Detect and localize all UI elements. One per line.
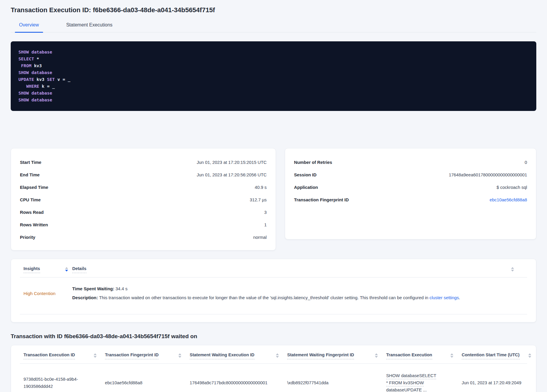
- info-label: End Time: [20, 173, 40, 177]
- insights-card: Insights Details High Contention Time Sp…: [11, 259, 536, 322]
- info-value: 0: [525, 160, 527, 165]
- column-header-statement-waiting-fingerprint-id[interactable]: Statement Waiting Fingerprint ID: [287, 352, 386, 359]
- info-value: 312.7 µs: [250, 197, 267, 202]
- column-header-contention-start-time-utc[interactable]: Contention Start Time (UTC): [462, 352, 531, 359]
- sql-line: SHOW database: [18, 49, 529, 56]
- info-row: End TimeJun 01, 2023 at 17:20:56:2056 UT…: [20, 169, 267, 181]
- info-value: 40.9 s: [255, 185, 267, 190]
- info-value: 17648a9eea6017800000000000000001: [449, 173, 527, 177]
- cell-statement-waiting-fingerprint-id: \xdb8922f077541dda: [287, 379, 386, 386]
- waited-on-table-header: Transaction Execution IDTransaction Fing…: [11, 352, 536, 359]
- sort-icon[interactable]: [528, 353, 531, 358]
- info-row: Start TimeJun 01, 2023 at 17:20:15:2015 …: [20, 156, 267, 169]
- column-label: Statement Waiting Execution ID: [190, 352, 254, 359]
- info-value: Jun 01, 2023 at 17:20:15:2015 UTC: [197, 160, 267, 165]
- transaction-details-page: Transaction Execution ID: f6be6366-da03-…: [0, 0, 547, 392]
- cell-contention-start-time: Jun 01, 2023 at 17:20:49:2049: [462, 379, 531, 386]
- sort-icon[interactable]: [178, 353, 181, 358]
- session-info-card: Number of Retries0Session ID17648a9eea60…: [285, 148, 536, 239]
- sort-icon[interactable]: [276, 353, 279, 358]
- tab-bar: Overview Statement Executions: [11, 21, 536, 32]
- info-label: Number of Retries: [294, 160, 332, 165]
- info-row: Rows Read3: [20, 206, 267, 219]
- cell-statement-waiting-execution-id: 176498a9c717bdc80000000000000001: [190, 379, 287, 386]
- info-row: Application$ cockroach sql: [294, 181, 527, 194]
- info-row: Number of Retries0: [294, 156, 527, 169]
- info-value: 3: [264, 210, 267, 215]
- info-label: CPU Time: [20, 197, 41, 202]
- insight-row: High Contention Time Spent Waiting: 34.4…: [11, 277, 536, 310]
- info-label: Start Time: [20, 160, 41, 165]
- insight-details: Time Spent Waiting: 34.4 s Description: …: [72, 286, 523, 301]
- insight-type-badge: High Contention: [23, 291, 68, 296]
- info-row: Rows Written1: [20, 219, 267, 231]
- tab-overview[interactable]: Overview: [15, 21, 43, 32]
- insights-table-header: Insights Details: [11, 266, 536, 273]
- sql-line: SHOW database: [18, 69, 529, 76]
- execution-summary-card: Start TimeJun 01, 2023 at 17:20:15:2015 …: [11, 148, 276, 250]
- sql-line: SHOW database: [18, 97, 529, 104]
- cell-transaction-execution[interactable]: SHOW databaseSELECT * FROM kv3SHOW datab…: [386, 372, 444, 392]
- info-row: CPU Time312.7 µs: [20, 194, 267, 206]
- sql-line: WHERE k = _: [18, 83, 529, 90]
- column-label: Transaction Execution: [386, 352, 432, 359]
- tab-statement-executions[interactable]: Statement Executions: [62, 21, 117, 32]
- time-spent-waiting: Time Spent Waiting: 34.4 s: [72, 286, 523, 292]
- info-value: normal: [253, 235, 267, 240]
- info-row: Transaction Fingerprint IDebc10ae56cfd88…: [294, 194, 527, 206]
- details-column-label: Details: [72, 266, 87, 273]
- info-row: Elapsed Time40.9 s: [20, 181, 267, 194]
- sort-icon[interactable]: [94, 353, 97, 358]
- sql-line: SELECT *: [18, 56, 529, 62]
- column-header-transaction-fingerprint-id[interactable]: Transaction Fingerprint ID: [105, 352, 190, 359]
- info-value: Jun 01, 2023 at 17:20:56:2056 UTC: [197, 173, 267, 177]
- column-header-transaction-execution-id[interactable]: Transaction Execution ID: [23, 352, 105, 359]
- info-value: 1: [264, 222, 267, 227]
- info-label: Rows Written: [20, 222, 48, 227]
- insight-description: Description: This transaction waited on …: [72, 294, 523, 301]
- sql-line: SHOW database: [18, 90, 529, 97]
- info-label: Rows Read: [20, 210, 44, 215]
- column-header-transaction-execution[interactable]: Transaction Execution: [386, 352, 462, 359]
- table-sort-control[interactable]: [511, 266, 523, 272]
- transaction-fingerprint-link[interactable]: ebc10ae56cfd88a8: [490, 197, 527, 202]
- sort-icon[interactable]: [375, 353, 378, 358]
- cell-transaction-execution-id: 9738d051-bc0e-4158-a9b4-1903586ddd42: [23, 376, 86, 390]
- column-header-statement-waiting-execution-id[interactable]: Statement Waiting Execution ID: [190, 352, 287, 359]
- column-label: Transaction Fingerprint ID: [105, 352, 158, 359]
- details-column-header[interactable]: Details: [72, 266, 507, 273]
- column-label: Transaction Execution ID: [23, 352, 75, 359]
- info-label: Transaction Fingerprint ID: [294, 197, 349, 202]
- sort-icon[interactable]: [511, 267, 514, 272]
- insights-column-label: Insights: [23, 266, 40, 273]
- cell-transaction-fingerprint-id: ebc10ae56cfd88a8: [105, 379, 190, 386]
- info-row: Prioritynormal: [20, 231, 267, 244]
- waited-on-table-row: 9738d051-bc0e-4158-a9b4-1903586ddd42ebc1…: [11, 364, 536, 392]
- info-value: $ cockroach sql: [496, 185, 527, 190]
- column-label: Contention Start Time (UTC): [462, 352, 520, 359]
- waited-on-table-card: Transaction Execution IDTransaction Fing…: [11, 345, 536, 392]
- cluster-settings-link[interactable]: cluster settings: [430, 295, 459, 300]
- sql-line: FROM kv3: [18, 62, 529, 69]
- sort-icon[interactable]: [65, 267, 68, 272]
- sort-icon[interactable]: [450, 353, 453, 358]
- column-label: Statement Waiting Fingerprint ID: [287, 352, 354, 359]
- info-label: Elapsed Time: [20, 185, 48, 190]
- summary-cards-row: Start TimeJun 01, 2023 at 17:20:15:2015 …: [11, 148, 536, 250]
- sql-line: UPDATE kv3 SET v = _: [18, 76, 529, 83]
- page-title: Transaction Execution ID: f6be6366-da03-…: [11, 0, 538, 14]
- waited-on-heading: Transaction with ID f6be6366-da03-48de-a…: [11, 333, 536, 340]
- info-row: Session ID17648a9eea60178000000000000000…: [294, 169, 527, 181]
- info-label: Priority: [20, 235, 35, 240]
- insights-column-header[interactable]: Insights: [23, 266, 68, 273]
- sql-statements-box: SHOW databaseSELECT * FROM kv3SHOW datab…: [11, 41, 536, 111]
- info-label: Session ID: [294, 173, 317, 177]
- info-label: Application: [294, 185, 318, 190]
- divider: [20, 314, 527, 314]
